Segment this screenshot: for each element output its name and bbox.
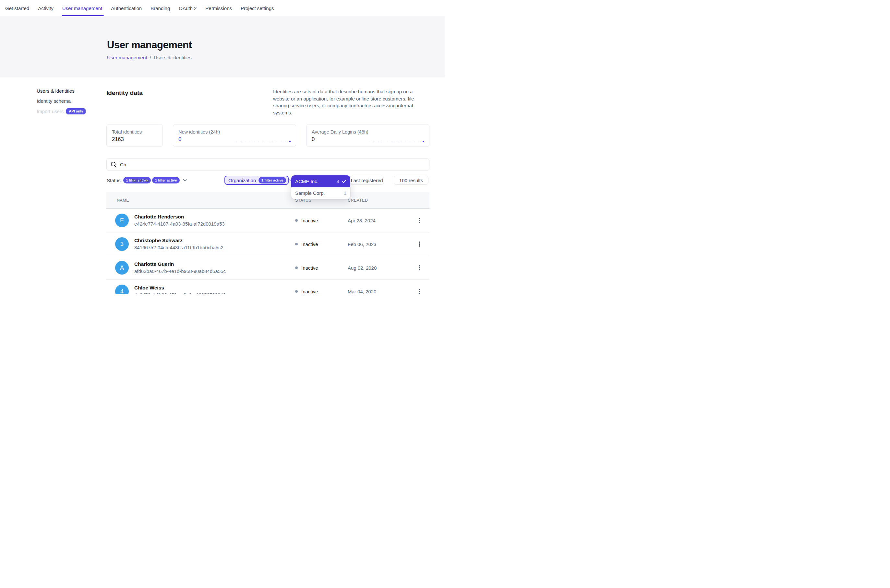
card-label: Average Daily Logins (48h): [312, 129, 424, 135]
card-average-daily-logins: Average Daily Logins (48h) 0: [306, 124, 430, 147]
table-row[interactable]: 4 Chloe Weiss 4e3d53af-6b00-459c-a2e0-a1…: [107, 280, 430, 294]
top-navigation: Get started Activity User management Aut…: [0, 0, 445, 16]
avatar: E: [115, 214, 129, 227]
content-area: Users & identities Identity schema Impor…: [0, 78, 445, 294]
tab-project-settings[interactable]: Project settings: [241, 0, 274, 16]
option-label: ACME Inc.: [295, 178, 334, 184]
sparkline-chart: [369, 141, 424, 142]
created-cell: Mar 04, 2020: [348, 289, 409, 294]
kebab-menu-icon[interactable]: [417, 216, 422, 225]
card-new-identities: New identities (24h) 0: [173, 124, 296, 147]
status-cell: Inactive: [295, 218, 348, 224]
status-cell: Inactive: [295, 289, 348, 294]
tab-activity[interactable]: Activity: [38, 0, 54, 16]
kebab-menu-icon[interactable]: [417, 287, 422, 294]
tab-authentication[interactable]: Authentication: [111, 0, 142, 16]
status-badge: Inactive: [301, 289, 318, 294]
organization-filter-label: Organization: [229, 178, 256, 183]
kebab-menu-icon[interactable]: [417, 263, 422, 272]
identity-name: Charlotte Guerin: [134, 261, 226, 267]
identity-id: 4e3d53af-6b00-459c-a2e0-a18058739243: [134, 291, 226, 294]
chevron-down-icon: [183, 179, 187, 182]
table-header: NAME STATUS CREATED: [107, 192, 430, 209]
identity-name: Charlotte Henderson: [134, 214, 225, 220]
search-bar[interactable]: Ch: [107, 158, 430, 171]
sort-select[interactable]: Last registered: [350, 176, 384, 185]
api-only-badge: API only: [66, 108, 86, 114]
status-filter-label: Status: [107, 178, 121, 183]
main-panel: Identity data Identities are sets of dat…: [107, 88, 430, 294]
identities-table: NAME STATUS CREATED E Charlotte Henderso…: [107, 192, 430, 294]
option-count: 4: [337, 178, 339, 184]
status-dot-icon: [295, 267, 298, 269]
status-cell: Inactive: [295, 265, 348, 271]
created-cell: Apr 23, 2024: [348, 218, 409, 224]
name-cell: A Charlotte Guerin afd63ba0-467b-4e1d-b9…: [115, 261, 295, 274]
tab-get-started[interactable]: Get started: [5, 0, 29, 16]
card-value: 2163: [112, 136, 157, 142]
organization-dropdown-menu: ACME Inc. 4 Sample Corp. 1: [291, 176, 350, 199]
card-label: Total identities: [112, 129, 157, 135]
status-dot-icon: [295, 243, 298, 245]
user-management-page: Get started Activity User management Aut…: [0, 0, 445, 294]
table-row[interactable]: 3 Christophe Schwarz 34166752-04cb-443b-…: [107, 232, 430, 256]
avatar: A: [115, 261, 129, 274]
breadcrumb-current: Users & identities: [154, 55, 192, 60]
card-total-identities: Total identities 2163: [107, 124, 163, 147]
table-row[interactable]: A Charlotte Guerin afd63ba0-467b-4e1d-b9…: [107, 256, 430, 280]
dropdown-option-acme[interactable]: ACME Inc. 4: [291, 176, 350, 188]
sidebar-item-label: Import users: [37, 109, 63, 114]
breadcrumb-link-user-management[interactable]: User management: [107, 55, 147, 60]
section-description: Identities are sets of data that describ…: [273, 88, 430, 116]
search-input[interactable]: Ch: [120, 162, 126, 167]
option-label: Sample Corp.: [295, 190, 341, 196]
column-header-created: CREATED: [348, 198, 409, 202]
sidebar-item-label: Users & identities: [37, 88, 75, 94]
table-row[interactable]: E Charlotte Henderson e424e774-4187-4a03…: [107, 209, 430, 232]
sidebar-item-import-users: Import users API only: [37, 108, 98, 114]
page-title: User management: [107, 39, 445, 51]
status-dot-icon: [295, 290, 298, 293]
name-cell: 3 Christophe Schwarz 34166752-04cb-443b-…: [115, 237, 295, 251]
sparkline-chart: [236, 141, 291, 142]
breadcrumb-separator: /: [149, 55, 152, 60]
kebab-menu-icon[interactable]: [417, 240, 422, 249]
sidebar-item-users-identities[interactable]: Users & identities: [37, 88, 98, 94]
schema-filter-label: Schema: [132, 178, 150, 183]
sidebar-item-identity-schema[interactable]: Identity schema: [37, 98, 98, 104]
card-label: New identities (24h): [178, 129, 291, 135]
schema-filter-badge: 1 filter active: [152, 177, 180, 183]
page-header: User management User management / Users …: [0, 16, 445, 78]
identity-id: e424e774-4187-4a03-85fa-af72d0019a53: [134, 220, 225, 227]
status-badge: Inactive: [301, 242, 318, 247]
identity-id: 34166752-04cb-443b-a11f-fb1bb0cba5c2: [134, 244, 224, 251]
identity-name: Chloe Weiss: [134, 285, 226, 291]
organization-filter-badge: 1 filter active: [259, 177, 286, 183]
check-icon: [342, 180, 346, 183]
search-icon: [111, 161, 117, 168]
created-cell: Feb 06, 2023: [348, 242, 409, 247]
name-cell: E Charlotte Henderson e424e774-4187-4a03…: [115, 214, 295, 227]
name-cell: 4 Chloe Weiss 4e3d53af-6b00-459c-a2e0-a1…: [115, 285, 295, 294]
tab-oauth2[interactable]: OAuth 2: [179, 0, 197, 16]
status-badge: Inactive: [301, 265, 318, 271]
page-size-select[interactable]: 100 results: [394, 176, 428, 185]
section-title: Identity data: [107, 88, 143, 97]
identity-name: Christophe Schwarz: [134, 237, 224, 244]
dropdown-option-sample-corp[interactable]: Sample Corp. 1: [291, 188, 350, 200]
identity-id: afd63ba0-467b-4e1d-b958-90ab84d5a55c: [134, 268, 226, 274]
status-badge: Inactive: [301, 218, 318, 224]
status-dot-icon: [295, 219, 298, 222]
breadcrumb: User management / Users & identities: [107, 54, 445, 61]
tab-branding[interactable]: Branding: [150, 0, 170, 16]
tab-permissions[interactable]: Permissions: [205, 0, 232, 16]
option-count: 1: [344, 190, 346, 196]
avatar: 4: [115, 285, 129, 294]
tab-user-management[interactable]: User management: [62, 0, 102, 16]
avatar: 3: [115, 237, 129, 251]
sort-select-value: Last registered: [350, 178, 383, 183]
organization-filter[interactable]: Organization 1 filter active: [224, 176, 289, 185]
sidebar: Users & identities Identity schema Impor…: [37, 88, 98, 118]
schema-filter[interactable]: Schema 1 filter active: [132, 176, 187, 185]
filter-controls: Status 1 filter active Schema 1 filter a…: [107, 176, 430, 185]
